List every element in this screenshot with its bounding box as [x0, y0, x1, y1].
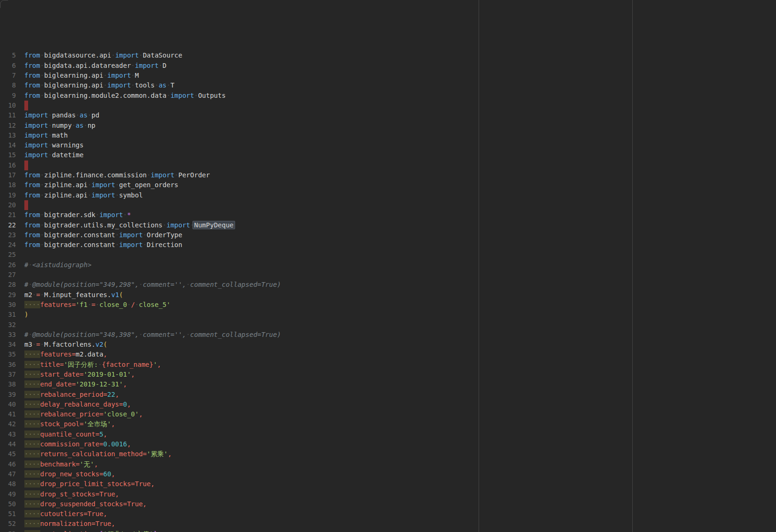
code-text: from·bigtrader.constant·import·OrderType [16, 230, 182, 240]
line-number: 29 [0, 290, 16, 300]
code-line[interactable]: 27 [0, 270, 776, 280]
code-line[interactable]: 43····quantile_count=5, [0, 430, 776, 439]
code-text: ····stock_pool='全市场', [16, 419, 115, 429]
indent-highlight: ···· [24, 450, 40, 458]
code-line[interactable]: 24from·bigtrader.constant·import·Directi… [0, 240, 776, 250]
code-line[interactable]: 7from·biglearning.api·import·M [0, 71, 776, 80]
code-line[interactable]: 29m2·=·M.input_features.v1( [0, 290, 776, 300]
code-line[interactable]: 6from·bigdata.api.datareader·import·D [0, 61, 776, 71]
line-number: 52 [0, 519, 16, 529]
indent-highlight: ···· [24, 530, 40, 532]
code-line[interactable]: 9from·biglearning.module2.common.data·im… [0, 91, 776, 101]
code-text: ····drop_new_stocks=60, [16, 469, 115, 479]
code-line[interactable]: 33#·@module(position="348,398",·comment=… [0, 330, 776, 340]
code-text: #·@module(position="349,298",·comment=''… [16, 280, 281, 290]
code-line[interactable]: 39····rebalance_period=22, [0, 390, 776, 400]
code-text: #·<aistudiograph> [16, 260, 91, 270]
line-number: 16 [0, 160, 16, 170]
code-line[interactable]: 36····title='因子分析:·{factor_name}', [0, 360, 776, 370]
code-text: import·warnings [16, 140, 83, 150]
code-text: ····drop_suspended_stocks=True, [16, 499, 147, 509]
line-number: 28 [0, 280, 16, 290]
code-line[interactable]: 38····end_date='2019-12-31', [0, 379, 776, 389]
code-line[interactable]: 23from·bigtrader.constant·import·OrderTy… [0, 230, 776, 240]
code-text: import·datetime [16, 150, 83, 160]
trailing-whitespace-marker [24, 101, 28, 110]
code-line[interactable]: 18from·zipline.api·import·get_open_order… [0, 180, 776, 190]
line-number: 17 [0, 170, 16, 180]
code-line[interactable]: 37····start_date='2019-01-01', [0, 370, 776, 379]
code-line[interactable]: 28#·@module(position="349,298",·comment=… [0, 280, 776, 290]
code-text: ····title='因子分析:·{factor_name}', [16, 360, 161, 370]
code-line[interactable]: 30····features='f1·=·close_0·/·close_5' [0, 300, 776, 310]
code-line[interactable]: 16 [0, 160, 776, 170]
line-number: 47 [0, 469, 16, 479]
line-number: 18 [0, 180, 16, 190]
code-line[interactable]: 5from·bigdatasource.api·import·DataSourc… [0, 51, 776, 60]
code-line[interactable]: 8from·biglearning.api·import·tools·as·T [0, 80, 776, 90]
code-text: ····returns_calculation_method='累乘', [16, 449, 172, 459]
code-line[interactable]: 46····benchmark='无', [0, 459, 776, 469]
code-line[interactable]: 35····features=m2.data, [0, 350, 776, 359]
code-line[interactable]: 41····rebalance_price='close_0', [0, 409, 776, 419]
code-line[interactable]: 22from·bigtrader.utils.my_collections·im… [0, 220, 776, 230]
indent-highlight: ···· [24, 401, 40, 408]
code-line[interactable]: 45····returns_calculation_method='累乘', [0, 449, 776, 459]
code-line[interactable]: 52····normalization=True, [0, 519, 776, 529]
line-number: 23 [0, 230, 16, 240]
code-text: from·bigtrader.sdk·import·* [16, 210, 131, 220]
code-line[interactable]: 25 [0, 250, 776, 260]
code-text: import·pandas·as·pd [16, 110, 99, 120]
indent-highlight: ···· [24, 371, 40, 378]
selected-word: NumPyDeque [192, 221, 235, 229]
code-text [16, 160, 28, 170]
code-line[interactable]: 51····cutoutliers=True, [0, 509, 776, 519]
code-line[interactable]: 47····drop_new_stocks=60, [0, 469, 776, 479]
code-line[interactable]: 20 [0, 200, 776, 210]
code-line[interactable]: 34m3·=·M.factorlens.v2( [0, 340, 776, 350]
line-number: 21 [0, 210, 16, 220]
code-line[interactable]: 40····delay_rebalance_days=0, [0, 400, 776, 409]
code-text [16, 250, 24, 260]
code-text: import·numpy·as·np [16, 121, 96, 131]
code-line[interactable]: 17from·zipline.finance.commission·import… [0, 170, 776, 180]
code-text: from·bigtrader.constant·import·Direction [16, 240, 182, 250]
line-number: 48 [0, 479, 16, 489]
line-number: 24 [0, 240, 16, 250]
code-line[interactable]: 42····stock_pool='全市场', [0, 419, 776, 429]
code-text: ····drop_price_limit_stocks=True, [16, 479, 155, 489]
line-number: 41 [0, 409, 16, 419]
code-line[interactable]: 26#·<aistudiograph> [0, 260, 776, 270]
code-text [16, 320, 24, 330]
code-line[interactable]: 10 [0, 101, 776, 110]
code-line[interactable]: 14import·warnings [0, 140, 776, 150]
indent-highlight: ···· [24, 380, 40, 388]
line-number: 43 [0, 430, 16, 439]
code-text: m3·=·M.factorlens.v2( [16, 340, 107, 350]
code-line[interactable]: 31) [0, 310, 776, 320]
code-text: ····start_date='2019-01-01', [16, 370, 135, 379]
line-number: 14 [0, 140, 16, 150]
code-line[interactable]: 15import·datetime [0, 150, 776, 160]
code-text: #·@module(position="348,398",·comment=''… [16, 330, 281, 340]
line-number: 22 [0, 220, 16, 230]
code-line[interactable]: 21from·bigtrader.sdk·import·* [0, 210, 776, 220]
code-text: ····delay_rebalance_days=0, [16, 400, 131, 409]
indent-highlight: ···· [24, 480, 40, 488]
code-line[interactable]: 49····drop_st_stocks=True, [0, 489, 776, 499]
code-line[interactable]: 53····neutralization=['行业',·'市值'], [0, 529, 776, 532]
code-line[interactable]: 32 [0, 320, 776, 330]
code-line[interactable]: 19from·zipline.api·import·symbol [0, 190, 776, 200]
code-text: ····commission_rate=0.0016, [16, 439, 131, 449]
line-number: 11 [0, 110, 16, 120]
code-line[interactable]: 44····commission_rate=0.0016, [0, 439, 776, 449]
line-number: 51 [0, 509, 16, 519]
code-line[interactable]: 11import·pandas·as·pd [0, 110, 776, 120]
code-line[interactable]: 50····drop_suspended_stocks=True, [0, 499, 776, 509]
line-number: 7 [0, 71, 16, 80]
code-line[interactable]: 12import·numpy·as·np [0, 121, 776, 131]
code-text: m2·=·M.input_features.v1( [16, 290, 123, 300]
code-line[interactable]: 48····drop_price_limit_stocks=True, [0, 479, 776, 489]
code-line[interactable]: 13import·math [0, 131, 776, 140]
indent-highlight: ···· [24, 430, 40, 438]
